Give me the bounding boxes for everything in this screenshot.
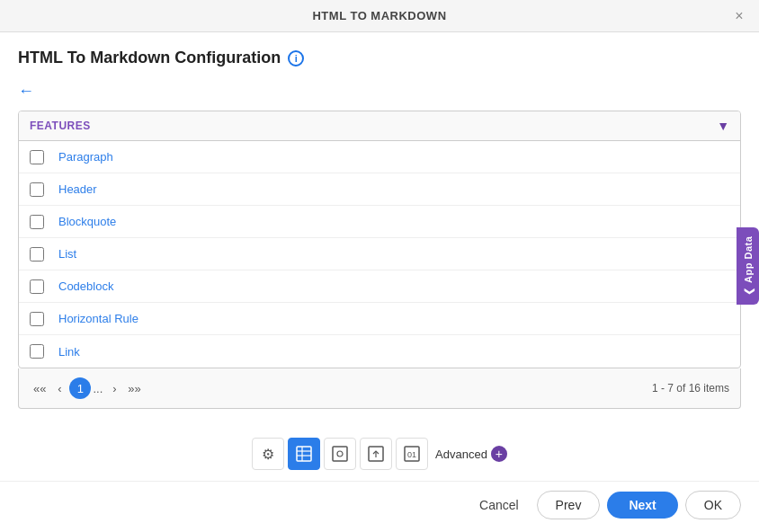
back-button[interactable]: ← [18,80,43,102]
row-label-1[interactable]: Paragraph [58,150,113,164]
filter-icon[interactable]: ▼ [717,119,729,133]
app-data-chevron: ❮ [742,287,754,296]
app-data-label: App Data [743,236,754,283]
row-checkbox-5[interactable] [30,279,44,294]
table-row: Horizontal Rule [19,303,740,335]
table-row: Blockquote [19,206,740,238]
row-label-4[interactable]: List [58,247,76,261]
table-rows-container: Paragraph Header Blockquote List Codeblo… [19,141,740,368]
app-data-tab[interactable]: ❮ App Data [737,227,759,305]
page-1-button[interactable]: 1 [69,377,91,399]
row-label-3[interactable]: Blockquote [58,215,116,228]
cancel-button[interactable]: Cancel [469,492,530,518]
table-row: Paragraph [19,141,740,173]
row-checkbox-7[interactable] [30,344,44,359]
modal-container: HTML TO MARKDOWN × HTML To Markdown Conf… [0,0,759,532]
svg-point-5 [337,451,343,457]
export-toolbar-button[interactable] [360,438,392,470]
toolbar-row: ⚙ 01 [0,423,759,481]
close-button[interactable]: × [728,5,750,27]
advanced-plus-icon: + [491,446,507,462]
last-page-button[interactable]: »» [124,380,144,397]
pagination-row: «« ‹ 1 ... › »» 1 - 7 of 16 items [18,368,741,409]
advanced-label: Advanced [435,448,487,461]
footer-row: Cancel Prev Next OK [0,481,759,532]
page-title-row: HTML To Markdown Configuration i [18,49,741,67]
modal-body: HTML To Markdown Configuration i ← FEATU… [0,32,759,423]
data-toolbar-button[interactable]: 01 [396,438,428,470]
table-row: Codeblock [19,270,740,303]
row-checkbox-6[interactable] [30,312,44,326]
row-checkbox-3[interactable] [30,215,44,229]
svg-rect-0 [297,447,311,461]
modal-title: HTML TO MARKDOWN [312,9,446,22]
table-header: FEATURES ▼ [19,111,740,141]
features-table: FEATURES ▼ Paragraph Header Blockquote L… [18,111,741,368]
app-data-tab-wrapper: ❮ App Data [737,227,759,305]
advanced-button[interactable]: Advanced + [435,446,507,462]
info-icon[interactable]: i [288,50,304,66]
map-toolbar-button[interactable] [324,438,356,470]
prev-page-button[interactable]: ‹ [49,380,69,397]
features-header-label: FEATURES [30,120,717,132]
prev-button[interactable]: Prev [537,491,601,519]
table-row: Header [19,173,740,206]
row-checkbox-4[interactable] [30,247,44,262]
table-row: List [19,238,740,270]
row-label-2[interactable]: Header [58,182,97,196]
svg-text:01: 01 [407,450,416,459]
table-toolbar-button[interactable] [288,438,320,470]
row-label-7[interactable]: Link [58,345,80,359]
row-label-6[interactable]: Horizontal Rule [58,312,138,325]
row-checkbox-1[interactable] [30,150,44,164]
next-button[interactable]: Next [607,492,677,519]
next-page-button[interactable]: › [104,380,124,397]
ok-button[interactable]: OK [685,491,741,519]
page-ellipsis: ... [93,382,103,395]
settings-toolbar-button[interactable]: ⚙ [252,438,284,470]
page-title: HTML To Markdown Configuration [18,49,281,67]
row-label-5[interactable]: Codeblock [58,279,113,293]
modal-titlebar: HTML TO MARKDOWN × [0,0,759,32]
first-page-button[interactable]: «« [30,380,49,397]
table-row: Link [19,335,740,368]
svg-rect-4 [333,447,347,461]
row-checkbox-2[interactable] [30,182,44,197]
items-count: 1 - 7 of 16 items [652,382,729,395]
